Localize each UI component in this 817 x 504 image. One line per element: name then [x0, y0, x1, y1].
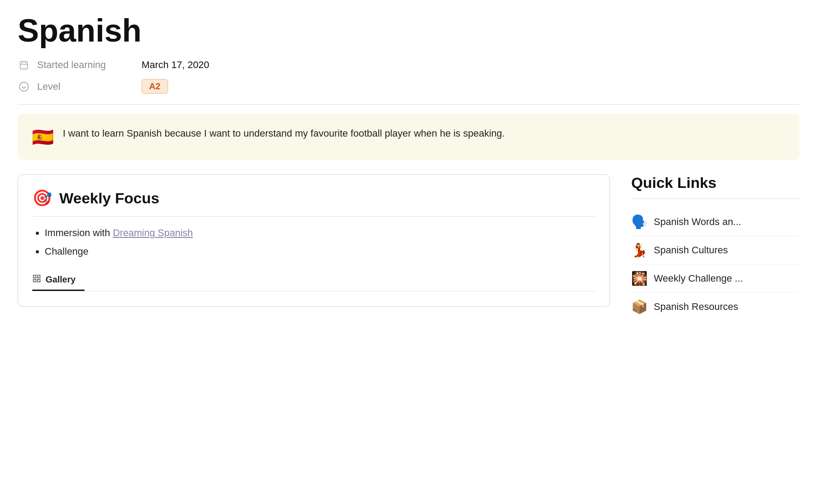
started-learning-row: Started learning March 17, 2020	[18, 59, 799, 71]
motivation-box: 🇪🇸 I want to learn Spanish because I wan…	[18, 114, 799, 160]
immersion-text: Immersion with	[45, 227, 113, 238]
dreaming-spanish-link[interactable]: Dreaming Spanish	[113, 227, 193, 238]
target-icon: 🎯	[32, 189, 52, 207]
spain-flag-icon: 🇪🇸	[32, 127, 54, 148]
quick-links-title: Quick Links	[631, 174, 799, 191]
svg-rect-5	[34, 275, 36, 278]
card-divider	[32, 216, 595, 217]
svg-rect-8	[38, 279, 40, 282]
level-icon	[18, 80, 30, 93]
quick-link-item[interactable]: 🗣️Spanish Words an...	[631, 208, 799, 236]
gallery-grid-icon	[32, 274, 41, 285]
quick-links-divider	[631, 199, 799, 199]
quick-link-emoji: 🗣️	[631, 214, 648, 229]
page-title: Spanish	[18, 13, 799, 48]
level-row: Level A2	[18, 79, 799, 94]
quick-link-item[interactable]: 🎇Weekly Challenge ...	[631, 264, 799, 293]
card-header: 🎯 Weekly Focus	[32, 189, 595, 207]
weekly-focus-card: 🎯 Weekly Focus Immersion with Dreaming S…	[18, 174, 610, 307]
quick-links-section: Quick Links 🗣️Spanish Words an...💃Spanis…	[631, 174, 799, 321]
list-item: Immersion with Dreaming Spanish	[45, 227, 595, 239]
list-item: Challenge	[45, 246, 595, 257]
svg-rect-7	[34, 279, 36, 282]
svg-rect-6	[38, 275, 40, 278]
gallery-tab-label: Gallery	[46, 275, 76, 285]
quick-link-item[interactable]: 📦Spanish Resources	[631, 293, 799, 321]
motivation-text: I want to learn Spanish because I want t…	[63, 126, 505, 141]
quick-link-label: Spanish Words an...	[654, 216, 741, 228]
level-label: Level	[37, 81, 134, 92]
svg-rect-0	[20, 62, 28, 69]
section-divider	[18, 104, 799, 105]
started-label: Started learning	[37, 59, 134, 71]
gallery-tabs: Gallery	[32, 270, 595, 291]
quick-link-emoji: 📦	[631, 299, 648, 314]
challenge-text: Challenge	[45, 246, 88, 257]
quick-link-label: Spanish Resources	[654, 301, 738, 313]
quick-link-label: Weekly Challenge ...	[654, 273, 743, 284]
level-badge[interactable]: A2	[142, 79, 168, 94]
focus-list: Immersion with Dreaming Spanish Challeng…	[32, 227, 595, 257]
quick-link-item[interactable]: 💃Spanish Cultures	[631, 236, 799, 264]
weekly-focus-title: Weekly Focus	[59, 190, 159, 207]
calendar-icon	[18, 59, 30, 71]
quick-link-label: Spanish Cultures	[654, 244, 728, 256]
svg-point-4	[19, 82, 28, 91]
main-content: 🎯 Weekly Focus Immersion with Dreaming S…	[18, 174, 799, 321]
meta-section: Started learning March 17, 2020 Level A2	[18, 59, 799, 94]
quick-links-list: 🗣️Spanish Words an...💃Spanish Cultures🎇W…	[631, 208, 799, 321]
started-date: March 17, 2020	[142, 59, 209, 71]
gallery-tab[interactable]: Gallery	[32, 270, 84, 291]
quick-link-emoji: 💃	[631, 242, 648, 258]
quick-link-emoji: 🎇	[631, 271, 648, 286]
